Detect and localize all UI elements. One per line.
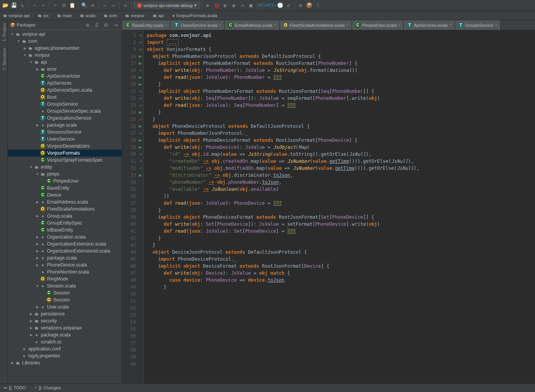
- tree-item[interactable]: CGroupEntitySpec: [8, 220, 122, 226]
- editor-tab[interactable]: TApiServices.scala×: [404, 20, 455, 30]
- tree-item[interactable]: TOrganizationsService: [8, 115, 122, 122]
- scroll-from-source-icon[interactable]: ⊕: [84, 21, 91, 29]
- todo-tool-tab[interactable]: ≔6: TODO: [3, 385, 26, 390]
- tree-item[interactable]: TUsersService: [8, 136, 122, 143]
- hide-icon[interactable]: ⇥: [112, 21, 119, 29]
- tree-item[interactable]: ORingMode: [8, 275, 122, 282]
- revert-icon[interactable]: ↺: [285, 2, 293, 9]
- tree-item[interactable]: CDevice: [8, 192, 122, 199]
- profile-icon[interactable]: ◉: [230, 2, 238, 9]
- left-gutter-project[interactable]: 1: Project: [0, 22, 7, 43]
- collapse-all-icon[interactable]: ⇵: [93, 21, 101, 29]
- tree-item[interactable]: ▶●OrganizationExtension.scala: [8, 240, 122, 247]
- tree-item[interactable]: CVonjourSprayFormatsSpec: [8, 157, 122, 164]
- vcs-update-icon[interactable]: VCS↓: [259, 2, 267, 9]
- breadcrumb-item[interactable]: 🖿 src: [36, 13, 51, 18]
- tree-item[interactable]: ▶🖿Libraries: [8, 359, 122, 366]
- tree-item[interactable]: ●application.conf: [8, 345, 122, 352]
- run-icon[interactable]: ▶: [204, 2, 212, 9]
- project-tree[interactable]: ▼🖿vonjour-api▼🖿com▶🖿oglowo.phonenumber▼🖿…: [8, 30, 122, 383]
- find-icon[interactable]: 🔍: [80, 2, 88, 9]
- tree-item[interactable]: ▶●PhoneDevice.scala: [8, 261, 122, 268]
- sync-icon[interactable]: ↻: [19, 2, 26, 9]
- save-icon[interactable]: 💾: [10, 2, 18, 9]
- editor-tab[interactable]: TGroupsService×: [455, 20, 501, 30]
- tree-item[interactable]: CApiServiceActor: [8, 73, 122, 80]
- tree-item[interactable]: ▶●Organization.scala: [8, 233, 122, 240]
- breadcrumb-item[interactable]: 🖿 vonjour-api: [2, 13, 31, 18]
- history-icon[interactable]: 🕘: [276, 2, 284, 9]
- breadcrumb-item[interactable]: 🖿 vonjour: [124, 13, 146, 18]
- tree-item[interactable]: ▶●package.scala: [8, 122, 122, 129]
- tree-item[interactable]: OApiServiceSpec.scala: [8, 87, 122, 94]
- tree-item[interactable]: ●PhoneNumber.scala: [8, 268, 122, 275]
- run-config-selector[interactable]: ⬤ vonjour-api-remote-debug ▾: [134, 2, 200, 9]
- tree-item[interactable]: TSessionsService: [8, 129, 122, 136]
- editor-tab[interactable]: CPimpedUser.scala×: [352, 20, 404, 30]
- undo-icon[interactable]: ↶: [31, 2, 38, 9]
- breadcrumb-item[interactable]: 🖿 com: [102, 13, 119, 18]
- tree-item[interactable]: CIdBaseEntity: [8, 226, 122, 233]
- tree-item[interactable]: ▶●OrganizationExtensionId.scala: [8, 247, 122, 254]
- stop-icon[interactable]: ■: [247, 2, 255, 9]
- tree-item[interactable]: ▼🖿api: [8, 59, 122, 66]
- build-icon[interactable]: ⚒: [122, 2, 129, 9]
- breadcrumb-item[interactable]: 🖿 api: [151, 13, 166, 18]
- tree-item[interactable]: ▼🖿vonjour-api: [8, 31, 122, 38]
- editor-tab[interactable]: CBaseEntity.scala×: [122, 20, 171, 30]
- close-icon[interactable]: ×: [398, 23, 401, 27]
- tree-item[interactable]: ▼🖿vonjour: [8, 52, 122, 59]
- paste-icon[interactable]: 📋: [68, 2, 76, 9]
- debug-icon[interactable]: 🐞: [213, 2, 221, 9]
- open-file-icon[interactable]: 📂: [2, 2, 9, 9]
- left-gutter-structure[interactable]: 7: Structure: [0, 47, 7, 72]
- cut-icon[interactable]: ✂: [51, 2, 59, 9]
- sdk-icon[interactable]: 📦: [305, 2, 313, 9]
- editor-tab[interactable]: OFixedScalaAnnotations.scala×: [280, 20, 352, 30]
- replace-icon[interactable]: ⇄: [89, 2, 97, 9]
- forward-icon[interactable]: →: [110, 2, 117, 9]
- tree-item[interactable]: OBoot: [8, 94, 122, 101]
- tree-item[interactable]: OFixedScalaAnnotations: [8, 206, 122, 213]
- code-editor[interactable]: package com.vonjour.apiimport ...object …: [144, 30, 535, 383]
- tree-item[interactable]: ▶🖿oglowo.phonenumber: [8, 45, 122, 52]
- close-icon[interactable]: ×: [495, 23, 497, 27]
- redo-icon[interactable]: ↷: [39, 2, 47, 9]
- tree-item[interactable]: CBaseEntity: [8, 185, 122, 192]
- tree-item[interactable]: ▶🖿security: [8, 317, 122, 324]
- tree-item[interactable]: ▶●package.scala: [8, 254, 122, 261]
- tree-item[interactable]: ▼🖿pimps: [8, 171, 122, 178]
- close-icon[interactable]: ×: [165, 23, 167, 27]
- editor-tab[interactable]: CEmailAddress.scala×: [225, 20, 279, 30]
- coverage-icon[interactable]: ◐: [221, 2, 229, 9]
- back-icon[interactable]: ←: [101, 2, 109, 9]
- tree-item[interactable]: OVonjourFormats: [8, 150, 122, 157]
- tree-item[interactable]: ▶●User.scala: [8, 303, 122, 310]
- gear-icon[interactable]: ⚙: [102, 21, 110, 29]
- fold-gutter[interactable]: ⊕⊖⊖●↑●↑⊖●↑●↑⊖⊖⊖●↑⊖●↑⊖●↑●↑⊖⊖⊖●↑: [138, 30, 144, 383]
- tree-item[interactable]: ▶●package.scala: [8, 331, 122, 338]
- editor-tab[interactable]: TUsersService.scala×: [171, 20, 225, 30]
- tree-item[interactable]: CSession: [8, 289, 122, 296]
- tree-item[interactable]: ▶🖿persistence: [8, 310, 122, 317]
- tree-item[interactable]: ▶●Group.scala: [8, 213, 122, 220]
- breadcrumb-item[interactable]: 🖿 scala: [78, 13, 97, 18]
- tree-item[interactable]: ●GroupsServiceSpec.scala: [8, 108, 122, 115]
- tree-item[interactable]: ●log4j.properties: [8, 352, 122, 359]
- tree-item[interactable]: ●scratch.sc: [8, 338, 122, 345]
- tree-item[interactable]: ▼🖿entity: [8, 164, 122, 171]
- close-icon[interactable]: ×: [449, 23, 451, 27]
- tree-item[interactable]: ▶●EmailAddress.scala: [8, 199, 122, 206]
- changes-tool-tab[interactable]: ↗9: Changes: [34, 385, 61, 390]
- attach-icon[interactable]: ⇥: [239, 2, 246, 9]
- settings-icon[interactable]: ⚙: [297, 2, 305, 9]
- close-icon[interactable]: ×: [274, 23, 276, 27]
- tree-item[interactable]: OVonjourDeserializers: [8, 143, 122, 150]
- tree-item[interactable]: ▼●Session.scala: [8, 282, 122, 289]
- copy-icon[interactable]: ⧉: [60, 2, 68, 9]
- tree-item[interactable]: ▶🖿error: [8, 66, 122, 73]
- vcs-commit-icon[interactable]: VCS↑: [268, 2, 275, 9]
- breadcrumb-item[interactable]: ● VonjourFormats.scala: [171, 13, 219, 18]
- tree-item[interactable]: CPimpedUser: [8, 178, 122, 185]
- tree-item[interactable]: OSession: [8, 296, 122, 303]
